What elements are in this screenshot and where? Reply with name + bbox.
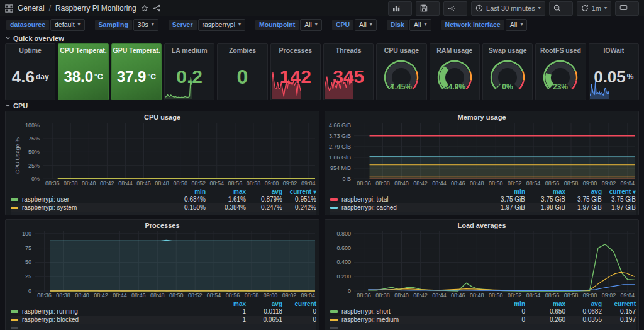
- legend-sort-current[interactable]: current ▾: [602, 188, 636, 195]
- breadcrumb-separator: /: [49, 4, 51, 13]
- variable-value-dropdown[interactable]: All▾: [355, 19, 377, 31]
- legend-series-swatch[interactable]: [11, 319, 18, 321]
- legend-series-swatch[interactable]: [330, 198, 338, 201]
- legend-row: raspberrypi: user0.684%1.61%0.879%0.951%: [11, 195, 316, 203]
- variable-value-dropdown[interactable]: All▾: [300, 19, 322, 31]
- legend-row: raspberrypi: medium00.2600.03550.197: [330, 316, 636, 324]
- save-dashboard-button[interactable]: [416, 1, 440, 16]
- variable-value-dropdown[interactable]: 30s▾: [133, 19, 158, 31]
- panel-title[interactable]: Uptime: [19, 47, 42, 54]
- panel-title[interactable]: Processes: [279, 47, 313, 54]
- gauge: 34.9%: [432, 59, 477, 95]
- chart-svg: [354, 231, 635, 292]
- legend-value: 0.0118: [246, 308, 282, 315]
- legend-sort-max[interactable]: max: [206, 300, 246, 307]
- legend-sort-min[interactable]: min: [165, 188, 206, 195]
- legend-series-name[interactable]: raspberrypi: short: [341, 308, 485, 315]
- row-header-cpu[interactable]: CPU: [0, 100, 644, 111]
- legend-series-swatch[interactable]: [11, 207, 18, 209]
- panel-title[interactable]: Zombies: [229, 47, 256, 54]
- panel-title[interactable]: GPU Temperat...: [113, 47, 160, 54]
- plot-column: 08:3608:3808:4008:4208:4408:4608:4808:50…: [354, 123, 635, 188]
- legend-sort-avg[interactable]: avg: [246, 188, 282, 195]
- panel-title[interactable]: IOWait: [603, 47, 624, 54]
- legend-sort-avg[interactable]: avg: [246, 300, 282, 307]
- legend-series-name[interactable]: raspberrypi: total: [341, 196, 485, 203]
- legend-series-swatch[interactable]: [11, 198, 18, 201]
- gauge: 0%: [485, 59, 530, 95]
- y-tick-label: 100%: [25, 122, 40, 128]
- legend-sort-min[interactable]: min: [485, 300, 525, 307]
- panel-title[interactable]: CPU Temperat...: [60, 47, 106, 54]
- x-axis: 08:3608:3808:4008:4208:4408:4608:4808:50…: [354, 179, 635, 188]
- legend-sort-max[interactable]: max: [525, 188, 565, 195]
- legend-sort-current[interactable]: current: [282, 300, 316, 307]
- panel-title[interactable]: Memory usage: [325, 111, 638, 123]
- x-tick-label: 08:46: [136, 180, 151, 186]
- row-header-quick-overview[interactable]: Quick overview: [0, 33, 644, 43]
- legend-series-swatch[interactable]: [11, 310, 18, 313]
- dashboard-settings-button[interactable]: [443, 1, 467, 16]
- panel-title[interactable]: CPU usage: [6, 111, 319, 123]
- x-tick-label: 09:02: [282, 292, 297, 299]
- breadcrumb-section[interactable]: General: [18, 4, 45, 13]
- add-panel-button[interactable]: [388, 1, 412, 16]
- stat-value: 345: [333, 67, 364, 86]
- legend-sort-max[interactable]: max: [206, 188, 246, 195]
- panel-title[interactable]: LA medium: [172, 47, 208, 54]
- panel-title[interactable]: CPU usage: [384, 47, 419, 54]
- panel-title[interactable]: Processes: [6, 220, 319, 231]
- dashboard-title[interactable]: Raspberry Pi Monitoring: [55, 4, 136, 13]
- variable-label: Sampling: [95, 20, 132, 30]
- x-axis: 08:3608:3808:4008:4208:4408:4608:4808:50…: [43, 179, 315, 188]
- zoom-out-time-button[interactable]: [549, 1, 573, 16]
- panel-title[interactable]: RAM usage: [436, 47, 472, 54]
- legend-sort-avg[interactable]: avg: [565, 300, 602, 307]
- panel-title[interactable]: Threads: [336, 47, 362, 54]
- panel-title[interactable]: Load averages: [325, 220, 638, 231]
- legend-series-swatch[interactable]: [330, 310, 338, 313]
- star-icon[interactable]: [141, 4, 148, 12]
- legend-sort-avg[interactable]: avg: [565, 188, 602, 195]
- legend-series-name[interactable]: raspberrypi: cached: [341, 204, 485, 211]
- x-tick-label: 08:58: [245, 292, 259, 299]
- legend-sort-current[interactable]: current: [602, 300, 636, 307]
- variable-value: All: [414, 21, 421, 29]
- legend-series-name[interactable]: raspberrypi: blocked: [22, 316, 206, 323]
- variable-value-dropdown[interactable]: All▾: [506, 19, 528, 31]
- legend-series-name[interactable]: raspberrypi: user: [22, 196, 165, 203]
- legend-series-name[interactable]: raspberrypi: system: [22, 204, 165, 211]
- legend-row-clipped: [11, 212, 316, 215]
- dashboards-grid-icon[interactable]: [5, 4, 13, 13]
- x-tick-label: 08:58: [247, 180, 261, 186]
- legend-sort-current[interactable]: current ▾: [282, 188, 316, 195]
- legend-series-swatch[interactable]: [330, 319, 338, 321]
- stat-value: 0: [237, 67, 248, 87]
- variable-value-dropdown[interactable]: All▾: [409, 19, 431, 31]
- y-tick-label: 50%: [28, 149, 40, 155]
- legend-series-swatch[interactable]: [330, 207, 338, 209]
- stat-unit: %: [627, 72, 634, 81]
- refresh-picker[interactable]: 1m ▾: [577, 1, 611, 16]
- variable-value-dropdown[interactable]: default▾: [50, 19, 85, 31]
- stat-unit: day: [36, 72, 49, 81]
- time-range-picker[interactable]: Last 30 minutes ▾: [471, 1, 545, 16]
- row-title: CPU: [13, 102, 28, 110]
- legend-sort-max[interactable]: max: [525, 300, 565, 307]
- cycle-view-mode-button[interactable]: [615, 1, 639, 16]
- legend-series-name[interactable]: raspberrypi: running: [22, 308, 206, 315]
- share-icon[interactable]: [153, 4, 161, 12]
- x-tick-label: 08:44: [118, 180, 133, 186]
- legend-sort-min[interactable]: min: [485, 188, 525, 195]
- panel-title[interactable]: RootFS used: [540, 47, 581, 54]
- gauge: 23%: [538, 59, 583, 95]
- variable-label: datasource: [6, 20, 49, 30]
- y-tick-label: 0.800: [336, 230, 351, 237]
- y-tick-label: 0.600: [336, 245, 351, 251]
- stat-value-wrap: 4.6day: [12, 54, 49, 100]
- chevron-down-icon: ▾: [604, 6, 607, 11]
- variable-value-dropdown[interactable]: raspberrypi▾: [198, 19, 246, 31]
- panel-title[interactable]: Swap usage: [489, 47, 527, 54]
- legend-series-name[interactable]: raspberrypi: medium: [341, 316, 485, 323]
- x-tick-label: 08:38: [375, 180, 390, 186]
